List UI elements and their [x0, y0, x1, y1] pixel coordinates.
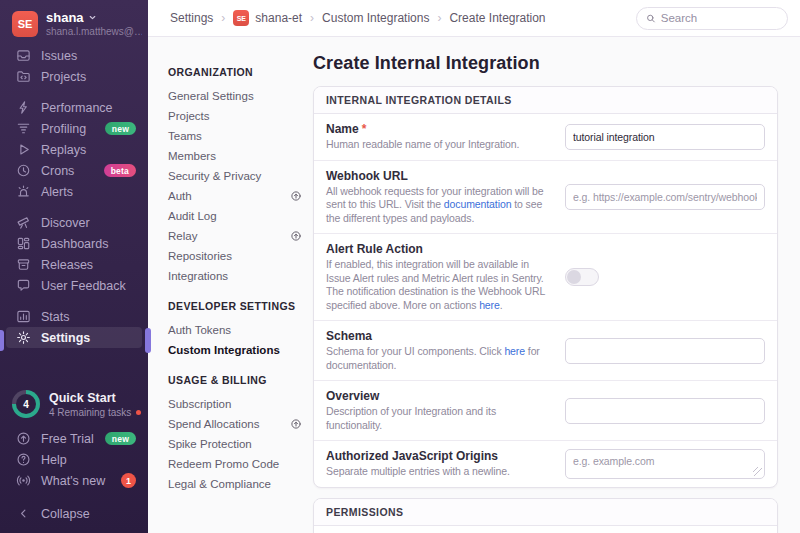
sidebar-item-label: Profiling: [41, 122, 86, 136]
overview-textarea[interactable]: [565, 398, 765, 424]
panel-internal-integration-details: INTERNAL INTEGRATION DETAILSName*Human r…: [313, 86, 778, 488]
sidebar-item-label: Performance: [41, 101, 113, 115]
link-documentation[interactable]: documentation: [444, 198, 512, 210]
sidebar-item-replays[interactable]: Replays: [0, 139, 148, 160]
panel-header-permissions: PERMISSIONS: [314, 499, 777, 526]
field-row-overview: OverviewDescription of your Integration …: [314, 380, 777, 440]
settings-nav-item-teams[interactable]: Teams: [168, 126, 302, 146]
sidebar-item-profiling[interactable]: Profilingnew: [0, 118, 148, 139]
sidebar-section: DiscoverDashboardsReleasesUser Feedback: [0, 212, 148, 296]
sidebar-item-issues[interactable]: Issues: [0, 45, 148, 66]
sidebar-item-help[interactable]: Help: [0, 449, 148, 470]
settings-nav-item-relay[interactable]: Relay: [168, 226, 302, 246]
settings-nav-item-label: Spike Protection: [168, 438, 252, 450]
breadcrumb-settings[interactable]: Settings: [170, 11, 213, 25]
user-menu[interactable]: SE shana shana.l.matthews@…: [0, 0, 148, 37]
settings-nav-item-spike-protection[interactable]: Spike Protection: [168, 434, 302, 454]
settings-nav-item-label: Audit Log: [168, 210, 217, 222]
field-label-overview: Overview: [326, 389, 553, 403]
settings-nav-item-label: Redeem Promo Code: [168, 458, 279, 470]
settings-nav-item-security-privacy[interactable]: Security & Privacy: [168, 166, 302, 186]
settings-nav-item-general-settings[interactable]: General Settings: [168, 86, 302, 106]
field-label-name: Name*: [326, 122, 553, 136]
alert-rule-action-toggle[interactable]: [565, 268, 599, 286]
settings-nav-item-integrations[interactable]: Integrations: [168, 266, 302, 286]
description-text: .: [500, 299, 503, 311]
sidebar-item-label: Settings: [41, 331, 90, 345]
quick-start-subtitle: 4 Remaining tasks: [49, 407, 131, 418]
settings-nav-item-members[interactable]: Members: [168, 146, 302, 166]
settings-nav-item-subscription[interactable]: Subscription: [168, 394, 302, 414]
field-description-alert-rule-action: If enabled, this integration will be ava…: [326, 258, 553, 312]
schema-textarea[interactable]: [565, 338, 765, 364]
settings-nav-group-title: DEVELOPER SETTINGS: [168, 300, 302, 312]
discover-icon: [16, 215, 31, 230]
sidebar-item-what-s-new[interactable]: What's new1: [0, 470, 148, 491]
settings-nav-item-label: Legal & Compliance: [168, 478, 271, 490]
field-label-text: Overview: [326, 389, 379, 403]
breadcrumb-separator: ›: [221, 11, 225, 25]
required-asterisk: *: [362, 122, 367, 136]
settings-nav-item-label: Repositories: [168, 250, 232, 262]
settings-nav-item-projects[interactable]: Projects: [168, 106, 302, 126]
breadcrumb-shana-et[interactable]: SEshana-et: [233, 10, 302, 26]
settings-nav-group-title: USAGE & BILLING: [168, 374, 302, 386]
issues-icon: [16, 48, 31, 63]
settings-nav-item-label: General Settings: [168, 90, 254, 102]
settings-nav-item-label: Auth Tokens: [168, 324, 231, 336]
sidebar-item-discover[interactable]: Discover: [0, 212, 148, 233]
settings-nav-item-spend-allocations[interactable]: Spend Allocations: [168, 414, 302, 434]
sidebar-item-label: Discover: [41, 216, 90, 230]
sidebar-item-projects[interactable]: Projects: [0, 66, 148, 87]
field-info-webhook-url: Webhook URLAll webhook requests for your…: [326, 169, 565, 226]
active-nav-indicator-left: [0, 330, 4, 351]
sidebar-item-collapse[interactable]: Collapse: [0, 503, 148, 524]
sidebar-nav: IssuesProjectsPerformanceProfilingnewRep…: [0, 45, 148, 348]
link-here[interactable]: here: [504, 345, 525, 357]
sidebar-item-dashboards[interactable]: Dashboards: [0, 233, 148, 254]
sidebar-item-label: Releases: [41, 258, 93, 272]
authorized-js-origins-textarea[interactable]: [565, 449, 765, 479]
stats-icon: [16, 309, 31, 324]
field-info-authorized-js-origins: Authorized JavaScript OriginsSeparate mu…: [326, 449, 565, 479]
settings-nav-item-label: Integrations: [168, 270, 228, 282]
description-text: If enabled, this integration will be ava…: [326, 258, 545, 311]
settings-nav-item-auth-tokens[interactable]: Auth Tokens: [168, 320, 302, 340]
settings-nav-item-auth[interactable]: Auth: [168, 186, 302, 206]
sidebar-item-label: Alerts: [41, 185, 73, 199]
sidebar-item-crons[interactable]: Cronsbeta: [0, 160, 148, 181]
main-content: Create Internal Integration INTERNAL INT…: [313, 37, 778, 533]
settings-nav-item-legal-compliance[interactable]: Legal & Compliance: [168, 474, 302, 494]
search-input[interactable]: [661, 12, 778, 24]
sidebar-item-settings[interactable]: Settings: [6, 327, 142, 348]
power-icon: [290, 190, 302, 202]
sidebar-item-releases[interactable]: Releases: [0, 254, 148, 275]
settings-nav-item-redeem-promo-code[interactable]: Redeem Promo Code: [168, 454, 302, 474]
power-feature-icon: [290, 230, 302, 242]
panel-header-internal-integration-details: INTERNAL INTEGRATION DETAILS: [314, 87, 777, 114]
panel-permissions: PERMISSIONSProject: [313, 498, 778, 533]
description-text: Human readable name of your Integration.: [326, 138, 519, 150]
field-row-project: Project: [314, 526, 777, 533]
settings-nav-item-custom-integrations[interactable]: Custom Integrations: [168, 340, 302, 360]
breadcrumb: Settings›SEshana-et›Custom Integrations›…: [170, 10, 546, 26]
breadcrumb-custom-integrations[interactable]: Custom Integrations: [322, 11, 429, 25]
name-input[interactable]: [565, 124, 765, 150]
sidebar-item-user-feedback[interactable]: User Feedback: [0, 275, 148, 296]
quick-start[interactable]: 4 Quick Start 4 Remaining tasks: [0, 390, 148, 418]
sidebar-item-label: Dashboards: [41, 237, 108, 251]
settings-nav-item-audit-log[interactable]: Audit Log: [168, 206, 302, 226]
sidebar-item-stats[interactable]: Stats: [0, 306, 148, 327]
help-icon: [16, 452, 31, 467]
power-feature-icon: [290, 190, 302, 202]
sidebar-footer: Free TrialnewHelpWhat's new1Collapse: [0, 428, 148, 533]
settings-nav-item-repositories[interactable]: Repositories: [168, 246, 302, 266]
sidebar-item-performance[interactable]: Performance: [0, 97, 148, 118]
field-label-text: Authorized JavaScript Origins: [326, 449, 498, 463]
field-row-alert-rule-action: Alert Rule ActionIf enabled, this integr…: [314, 233, 777, 320]
releases-icon: [16, 257, 31, 272]
sidebar-item-free-trial[interactable]: Free Trialnew: [0, 428, 148, 449]
webhook-url-input[interactable]: [565, 184, 765, 210]
sidebar-item-alerts[interactable]: Alerts: [0, 181, 148, 202]
link-here[interactable]: here: [479, 299, 500, 311]
